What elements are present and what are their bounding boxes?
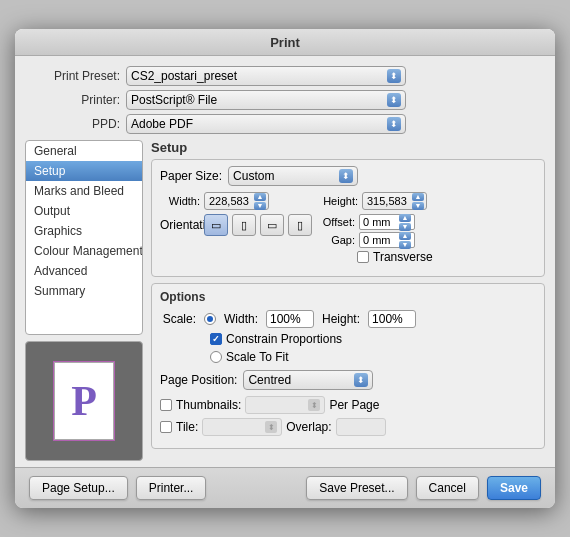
paper-size-select[interactable]: Custom ⬍ — [228, 166, 358, 186]
print-preset-row: Print Preset: CS2_postari_preset ⬍ — [35, 66, 535, 86]
sidebar-list: General Setup Marks and Bleed Output Gra… — [25, 140, 143, 335]
height-label: Height: — [320, 195, 358, 207]
transverse-checkbox[interactable] — [357, 251, 369, 263]
tile-label: Tile: — [176, 420, 198, 434]
scale-height-input[interactable]: 100% — [368, 310, 416, 328]
scale-row: Scale: Width: 100% Height: 100% — [160, 310, 536, 328]
sidebar-item-marks-and-bleed[interactable]: Marks and Bleed — [26, 181, 142, 201]
print-preset-value: CS2_postari_preset — [131, 69, 237, 83]
paper-size-value: Custom — [233, 169, 274, 183]
width-spinners: ▲ ▼ — [254, 193, 266, 210]
printer-row: Printer: PostScript® File ⬍ — [35, 90, 535, 110]
transverse-group: Transverse — [357, 250, 433, 264]
scale-width-input[interactable]: 100% — [266, 310, 314, 328]
printer-label: Printer: — [35, 93, 120, 107]
height-spinners: ▲ ▼ — [412, 193, 424, 210]
sidebar-item-colour-management[interactable]: Colour Management — [26, 241, 142, 261]
thumbnails-checkbox[interactable] — [160, 399, 172, 411]
gap-input[interactable]: 0 mm ▲ ▼ — [359, 232, 415, 248]
sidebar: General Setup Marks and Bleed Output Gra… — [25, 140, 143, 461]
thumbnails-arrow: ⬍ — [308, 399, 320, 411]
height-down-arrow[interactable]: ▼ — [412, 202, 424, 210]
scale-height-value: 100% — [372, 312, 403, 326]
ppd-select[interactable]: Adobe PDF ⬍ — [126, 114, 406, 134]
gap-down-arrow[interactable]: ▼ — [399, 241, 411, 249]
scale-height-label: Height: — [322, 312, 360, 326]
overlap-label: Overlap: — [286, 420, 331, 434]
gap-group: Gap: 0 mm ▲ ▼ — [320, 232, 433, 248]
page-position-arrow: ⬍ — [354, 373, 368, 387]
sidebar-item-general[interactable]: General — [26, 141, 142, 161]
printer-value: PostScript® File — [131, 93, 217, 107]
printer-arrow: ⬍ — [387, 93, 401, 107]
dialog-title-bar: Print — [15, 29, 555, 56]
save-button[interactable]: Save — [487, 476, 541, 500]
offset-value: 0 mm — [363, 216, 391, 228]
constrain-row: ✓ Constrain Proportions — [210, 332, 536, 346]
offset-down-arrow[interactable]: ▼ — [399, 223, 411, 231]
paper-size-arrow: ⬍ — [339, 169, 353, 183]
tile-row: Tile: ⬍ Overlap: — [160, 418, 536, 436]
ppd-row: PPD: Adobe PDF ⬍ — [35, 114, 535, 134]
constrain-checkbox[interactable]: ✓ — [210, 333, 222, 345]
sidebar-item-output[interactable]: Output — [26, 201, 142, 221]
thumbnails-label: Thumbnails: — [176, 398, 241, 412]
offset-up-arrow[interactable]: ▲ — [399, 214, 411, 222]
orientation-label: Orientation: — [160, 218, 200, 232]
sidebar-item-setup[interactable]: Setup — [26, 161, 142, 181]
page-position-value: Centred — [248, 373, 291, 387]
paper-size-fieldset: Paper Size: Custom ⬍ Width: 228,583 — [151, 159, 545, 277]
width-value: 228,583 — [209, 195, 249, 207]
print-preset-arrow: ⬍ — [387, 69, 401, 83]
printer-select[interactable]: PostScript® File ⬍ — [126, 90, 406, 110]
orientation-portrait-r[interactable]: ▭ — [260, 214, 284, 236]
dialog-footer: Page Setup... Printer... Save Preset... … — [15, 467, 555, 508]
gap-value: 0 mm — [363, 234, 391, 246]
right-panel: Setup Paper Size: Custom ⬍ Width: — [151, 140, 545, 461]
constrain-label: Constrain Proportions — [226, 332, 342, 346]
height-up-arrow[interactable]: ▲ — [412, 193, 424, 201]
height-value: 315,583 — [367, 195, 407, 207]
dialog-title: Print — [270, 35, 300, 50]
gap-label: Gap: — [320, 234, 355, 246]
gap-up-arrow[interactable]: ▲ — [399, 232, 411, 240]
thumbnails-row: Thumbnails: ⬍ Per Page — [160, 396, 536, 414]
tile-checkbox[interactable] — [160, 421, 172, 433]
options-fieldset: Options Scale: Width: 100% Height: 100% — [151, 283, 545, 449]
sidebar-item-graphics[interactable]: Graphics — [26, 221, 142, 241]
width-up-arrow[interactable]: ▲ — [254, 193, 266, 201]
sidebar-item-summary[interactable]: Summary — [26, 281, 142, 301]
preview-letter: P — [71, 377, 97, 425]
page-position-label: Page Position: — [160, 373, 237, 387]
sidebar-item-advanced[interactable]: Advanced — [26, 261, 142, 281]
gap-spinners: ▲ ▼ — [399, 232, 411, 249]
orientation-group: Orientation: ▭ ▯ ▭ ▯ — [160, 214, 312, 236]
cancel-button[interactable]: Cancel — [416, 476, 479, 500]
page-position-row: Page Position: Centred ⬍ — [160, 370, 536, 390]
width-input[interactable]: 228,583 ▲ ▼ — [204, 192, 269, 210]
save-preset-button[interactable]: Save Preset... — [306, 476, 407, 500]
preview-page: P — [54, 362, 114, 440]
tile-select[interactable]: ⬍ — [202, 418, 282, 436]
scale-to-fit-label: Scale To Fit — [226, 350, 288, 364]
offset-input[interactable]: 0 mm ▲ ▼ — [359, 214, 415, 230]
print-preset-label: Print Preset: — [35, 69, 120, 83]
page-position-select[interactable]: Centred ⬍ — [243, 370, 373, 390]
offset-spinners: ▲ ▼ — [399, 214, 411, 231]
scale-width-radio[interactable] — [204, 313, 216, 325]
scale-to-fit-radio[interactable] — [210, 351, 222, 363]
printer-button[interactable]: Printer... — [136, 476, 207, 500]
overlap-input[interactable] — [336, 418, 386, 436]
scale-to-fit-row: Scale To Fit — [210, 350, 536, 364]
height-input[interactable]: 315,583 ▲ ▼ — [362, 192, 427, 210]
scale-width-label: Width: — [224, 312, 258, 326]
print-preset-select[interactable]: CS2_postari_preset ⬍ — [126, 66, 406, 86]
height-group: Height: 315,583 ▲ ▼ — [320, 192, 433, 210]
ppd-arrow: ⬍ — [387, 117, 401, 131]
width-down-arrow[interactable]: ▼ — [254, 202, 266, 210]
thumbnails-select[interactable]: ⬍ — [245, 396, 325, 414]
page-setup-button[interactable]: Page Setup... — [29, 476, 128, 500]
orientation-landscape-r[interactable]: ▯ — [288, 214, 312, 236]
orientation-landscape[interactable]: ▯ — [232, 214, 256, 236]
orientation-portrait[interactable]: ▭ — [204, 214, 228, 236]
